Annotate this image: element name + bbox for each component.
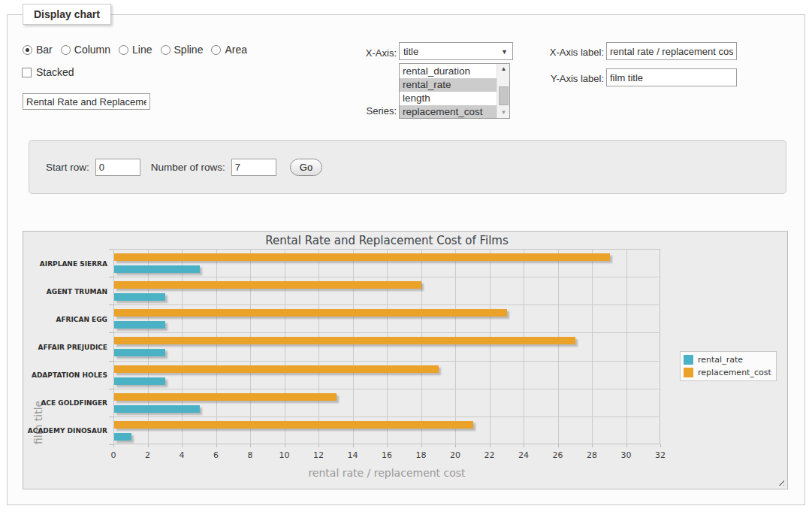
chart-title-input[interactable]	[23, 93, 150, 110]
x-tick-label: 32	[649, 450, 672, 460]
x-tick-mark	[318, 444, 319, 447]
x-tick-label: 24	[512, 450, 535, 460]
stacked-label: Stacked	[36, 66, 74, 78]
x-tick-mark	[182, 444, 183, 447]
x-tick-mark	[285, 444, 285, 447]
chart-type-option-column[interactable]: Column	[61, 44, 110, 56]
band-divider	[113, 417, 660, 417]
chart-type-label: Column	[74, 44, 110, 56]
chart-type-label: Bar	[36, 44, 53, 56]
chart-type-option-spline[interactable]: Spline	[161, 44, 204, 56]
bar-rental_rate	[114, 265, 200, 273]
grid-vline	[421, 249, 422, 444]
x-tick-label: 30	[615, 450, 638, 460]
x-tick-mark	[524, 444, 524, 447]
y-tick-mark	[109, 304, 113, 305]
series-option-rental_duration[interactable]: rental_duration	[400, 65, 497, 78]
y-tick-mark	[109, 361, 113, 362]
go-button[interactable]: Go	[290, 159, 322, 176]
x-tick-mark	[626, 444, 627, 447]
x-tick-mark	[216, 444, 217, 447]
num-rows-label: Number of rows:	[151, 162, 225, 173]
scroll-down-icon[interactable]: ▼	[498, 108, 509, 118]
start-row-input[interactable]	[95, 159, 140, 176]
x-tick-mark	[113, 444, 114, 447]
series-option-replacement_cost[interactable]: replacement_cost	[400, 105, 497, 119]
band-divider	[113, 277, 660, 277]
radio-icon[interactable]	[161, 45, 171, 55]
num-rows-input[interactable]	[231, 159, 276, 176]
series-option-rental_rate[interactable]: rental_rate	[400, 78, 497, 92]
stacked-checkbox[interactable]	[22, 68, 32, 77]
chart-type-option-area[interactable]: Area	[211, 44, 247, 56]
legend-swatch	[684, 355, 693, 365]
x-tick-mark	[455, 444, 456, 447]
x-tick-mark	[490, 444, 491, 447]
x-tick-mark	[421, 444, 422, 447]
scrollbar-thumb[interactable]	[499, 86, 509, 105]
series-option-length[interactable]: length	[400, 92, 497, 105]
x-tick-label: 14	[342, 450, 364, 460]
grid-vline	[387, 249, 388, 444]
x-tick-label: 4	[171, 450, 193, 460]
bar-replacement_cost	[114, 365, 439, 373]
grid-vline	[250, 249, 251, 444]
grid-vline	[318, 249, 319, 444]
band-divider	[113, 304, 660, 305]
category-label: ADAPTATION HOLES	[23, 371, 107, 380]
x-tick-label: 18	[410, 450, 433, 460]
x-axis-select[interactable]: title ▼	[399, 42, 513, 60]
grid-vline	[182, 249, 183, 444]
band-divider	[113, 389, 660, 389]
legend-label: rental_rate	[698, 355, 743, 365]
radio-icon[interactable]	[61, 45, 71, 55]
series-scrollbar[interactable]: ▲ ▼	[497, 64, 509, 118]
x-tick-mark	[558, 444, 559, 447]
bar-replacement_cost	[114, 421, 473, 429]
y-tick-mark	[109, 332, 113, 333]
legend-swatch	[684, 368, 693, 377]
x-tick-label: 0	[102, 450, 125, 460]
y-tick-mark	[109, 277, 113, 277]
radio-icon[interactable]	[119, 45, 128, 55]
x-tick-label: 8	[239, 450, 261, 460]
x-tick-mark	[592, 444, 593, 447]
x-tick-label: 12	[307, 450, 330, 460]
x-tick-mark	[660, 444, 661, 447]
y-tick-mark	[109, 249, 113, 250]
grid-vline	[592, 249, 593, 444]
radio-icon[interactable]	[23, 45, 32, 55]
x-tick-label: 2	[137, 450, 159, 460]
x-tick-label: 28	[581, 450, 603, 460]
grid-vline	[285, 249, 285, 444]
resize-handle-icon[interactable]	[776, 477, 784, 486]
x-axis-label-input[interactable]	[606, 42, 737, 60]
y-axis-label-input[interactable]	[606, 68, 737, 86]
grid-vline	[353, 249, 354, 444]
bar-replacement_cost	[114, 393, 337, 401]
chart-container: Rental Rate and Replacement Cost of Film…	[23, 231, 788, 489]
series-multiselect[interactable]: rental_durationrental_ratelengthreplacem…	[399, 63, 510, 119]
category-label: AFFAIR PREJUDICE	[23, 343, 107, 352]
chart-type-option-line[interactable]: Line	[119, 44, 152, 56]
radio-icon[interactable]	[211, 45, 221, 55]
x-tick-mark	[387, 444, 388, 447]
grid-vline	[558, 249, 559, 444]
grid-vline	[626, 249, 627, 444]
category-label: ACADEMY DINOSAUR	[23, 426, 107, 435]
chevron-down-icon: ▼	[501, 48, 508, 56]
x-axis-title: rental rate / replacement cost	[113, 467, 660, 479]
grid-vline	[148, 249, 149, 444]
scroll-up-icon[interactable]: ▲	[498, 64, 509, 74]
x-tick-label: 22	[478, 450, 501, 460]
x-axis-caption: X-Axis:	[323, 47, 397, 59]
chart-type-option-bar[interactable]: Bar	[23, 44, 53, 56]
legend-row: rental_rate	[682, 353, 774, 366]
grid-vline	[455, 249, 456, 444]
chart-type-label: Area	[225, 44, 247, 56]
chart-type-label: Spline	[174, 44, 204, 56]
y-tick-mark	[109, 417, 113, 417]
legend-row: replacement_cost	[682, 366, 774, 379]
row-range-panel: Start row: Number of rows: Go	[29, 140, 786, 194]
stacked-option[interactable]: Stacked	[22, 66, 74, 78]
